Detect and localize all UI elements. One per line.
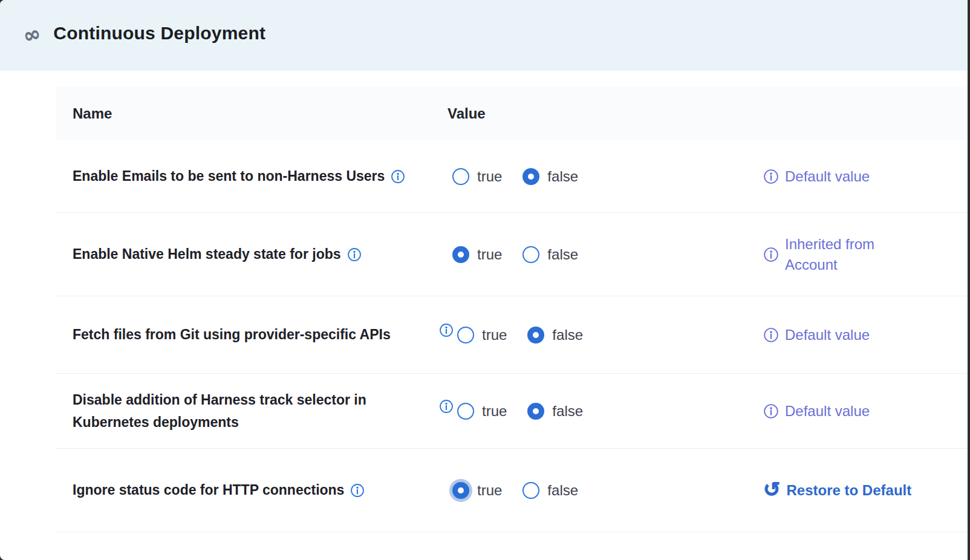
status-label: Default value [785,401,870,422]
table-header-row: Name Value [56,86,968,140]
setting-value-cell: true false [448,482,763,499]
setting-name-cell: Fetch files from Git using provider-spec… [56,324,448,346]
restore-to-default-button[interactable]: Restore to Default [787,480,912,501]
setting-name: Fetch files from Git using provider-spec… [73,324,391,346]
radio-true[interactable] [457,327,474,343]
setting-row: Fetch files from Git using provider-spec… [56,296,968,374]
radio-option-false[interactable]: false [527,403,583,420]
radio-option-true[interactable]: true [457,403,507,420]
setting-name-cell: Enable Native Helm steady state for jobs [56,243,448,265]
radio-false-label[interactable]: false [547,246,578,263]
radio-option-true[interactable]: true [452,246,502,263]
status-label: Default value [785,325,870,345]
radio-true[interactable] [457,403,474,420]
radio-false[interactable] [522,246,539,263]
radio-false[interactable] [522,168,539,185]
setting-name: Ignore status code for HTTP connections [73,479,344,501]
info-icon[interactable] [763,247,779,262]
info-icon[interactable] [439,399,454,414]
table-body: Enable Emails to be sent to non-Harness … [56,140,968,532]
setting-status-cell: ↺ Default value [763,401,968,422]
radio-true-label[interactable]: true [482,327,507,343]
setting-name-cell: Ignore status code for HTTP connections [56,479,448,501]
radio-true[interactable] [452,482,469,499]
setting-value-cell: true false [448,403,763,420]
radio-false[interactable] [522,482,539,499]
setting-status-cell: ↺ Restore to Default [763,480,968,501]
setting-value-cell: true false [448,168,763,185]
setting-status-cell: ↺ Default value [763,166,968,187]
setting-value-cell: true false [448,246,763,263]
setting-row: Enable Native Helm steady state for jobs [56,213,968,296]
radio-false-label[interactable]: false [547,482,578,499]
setting-row: Enable Emails to be sent to non-Harness … [56,140,968,213]
settings-table: Name Value Enable Emails to be sent to n… [56,86,968,532]
radio-option-true[interactable]: true [457,327,507,343]
restore-icon[interactable]: ↺ [763,479,781,500]
radio-true-label[interactable]: true [482,403,507,420]
radio-false[interactable] [527,403,544,420]
radio-option-false[interactable]: false [522,482,578,499]
column-header-name: Name [56,105,448,122]
radio-option-true[interactable]: true [452,482,502,499]
setting-name-cell: Enable Emails to be sent to non-Harness … [56,165,448,187]
radio-false-label[interactable]: false [547,168,578,185]
radio-true-label[interactable]: true [477,168,502,185]
info-icon[interactable] [763,169,779,184]
settings-page: ∞ Continuous Deployment Name Value Enabl… [0,0,968,560]
radio-option-false[interactable]: false [527,327,583,343]
status-label: Inherited from Account [785,234,925,275]
setting-name: Enable Emails to be sent to non-Harness … [73,165,385,187]
radio-false[interactable] [527,327,544,343]
radio-option-false[interactable]: false [522,168,578,185]
setting-name-cell: Disable addition of Harness track select… [56,389,448,434]
setting-name: Enable Native Helm steady state for jobs [73,243,341,265]
radio-true[interactable] [452,246,469,263]
setting-row: Disable addition of Harness track select… [56,374,968,449]
setting-value-cell: true false [448,327,763,343]
info-icon[interactable] [391,169,405,184]
radio-false-label[interactable]: false [552,403,583,420]
radio-true-label[interactable]: true [477,246,502,263]
setting-status-cell: ↺ Inherited from Account [763,234,968,275]
continuous-deployment-infinity-icon: ∞ [21,22,43,47]
info-icon[interactable] [347,247,362,262]
setting-status-cell: ↺ Default value [763,325,968,345]
radio-true-label[interactable]: true [477,482,502,499]
info-icon[interactable] [439,323,454,337]
radio-true[interactable] [452,168,469,185]
setting-row: Ignore status code for HTTP connections [56,449,968,532]
info-icon[interactable] [763,403,779,419]
section-title: Continuous Deployment [53,23,265,44]
info-icon[interactable] [763,327,779,343]
section-header: ∞ Continuous Deployment [0,0,968,71]
radio-false-label[interactable]: false [552,327,583,343]
setting-name: Disable addition of Harness track select… [73,389,420,434]
radio-option-true[interactable]: true [452,168,502,185]
info-icon[interactable] [350,483,365,498]
column-header-value: Value [448,105,763,122]
radio-option-false[interactable]: false [522,246,578,263]
status-label: Default value [785,166,870,187]
